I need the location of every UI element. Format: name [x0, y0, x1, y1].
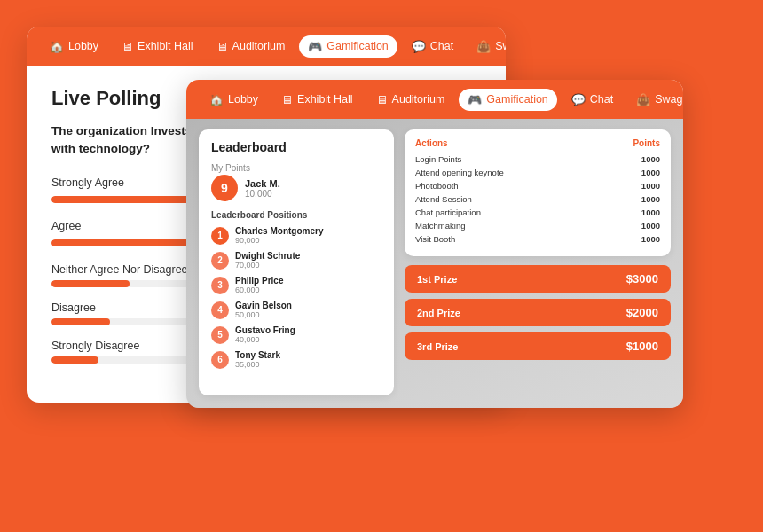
- action-pts-1: 1000: [641, 168, 660, 177]
- poll-fill-1: [51, 239, 207, 246]
- lb-entry-4: 4 Gavin Belson 50,000: [211, 301, 382, 319]
- action-pts-0: 1000: [641, 154, 660, 164]
- action-row-1: Attend opening keynote 1000: [415, 168, 660, 177]
- person-info-5: Gustavo Fring 40,000: [235, 325, 295, 344]
- action-row-2: Photobooth 1000: [415, 181, 660, 191]
- nav-item-exhibit-back[interactable]: 🖥 Exhibit Hall: [272, 89, 362, 111]
- nav-item-chat-back[interactable]: 💬 Chat: [562, 89, 622, 111]
- prize-amount-1: $3000: [626, 272, 658, 286]
- nav-bar-back: 🏠 Lobby 🖥 Exhibit Hall 🖥 Auditorium 🎮 Ga…: [186, 80, 683, 119]
- prize-1st: 1st Prize $3000: [405, 265, 671, 293]
- lb-entry-6: 6 Tony Stark 35,000: [211, 350, 382, 369]
- nav-item-lobby-front[interactable]: 🏠 Lobby: [41, 35, 107, 58]
- nav-item-auditorium-front[interactable]: 🖥 Auditorium: [208, 35, 295, 58]
- action-name-5: Matchmaking: [415, 221, 466, 231]
- nav-item-exhibit-front[interactable]: 🖥 Exhibit Hall: [113, 35, 202, 58]
- action-pts-6: 1000: [641, 234, 660, 244]
- person-name-4: Gavin Belson: [235, 301, 292, 310]
- auditorium-icon-back: 🖥: [376, 93, 388, 106]
- actions-box: Actions Points Login Points 1000 Attend …: [405, 129, 671, 256]
- user-avatar: 9: [211, 175, 238, 201]
- action-name-6: Visit Booth: [415, 234, 455, 244]
- actions-col-title: Actions: [415, 138, 448, 148]
- user-name: Jack M.: [245, 178, 280, 189]
- chat-icon-front: 💬: [412, 40, 426, 53]
- action-pts-4: 1000: [641, 207, 660, 217]
- nav-label-lobby: Lobby: [68, 40, 98, 52]
- lb-entry-5: 5 Gustavo Fring 40,000: [211, 325, 382, 344]
- person-info-6: Tony Stark 35,000: [235, 350, 280, 369]
- action-pts-5: 1000: [641, 221, 660, 231]
- nav-item-gamification-front[interactable]: 🎮 Gamification: [299, 35, 397, 58]
- leaderboard-card: 🏠 Lobby 🖥 Exhibit Hall 🖥 Auditorium 🎮 Ga…: [186, 80, 683, 408]
- card-back-content: Leaderboard My Points 9 Jack M. 10,000 L…: [186, 119, 683, 408]
- poll-fill-3: [51, 318, 110, 325]
- person-name-2: Dwight Schrute: [235, 251, 300, 261]
- exhibit-icon-back: 🖥: [281, 93, 293, 106]
- user-row: 9 Jack M. 10,000: [211, 175, 382, 201]
- person-info-3: Philip Price 60,000: [235, 276, 283, 294]
- person-name-1: Charles Montgomery: [235, 226, 323, 236]
- nav-label-auditorium-back: Auditorium: [392, 93, 445, 106]
- nav-item-swagbag-front[interactable]: 👜 Swag Bag: [468, 35, 506, 58]
- poll-fill-2: [51, 280, 130, 287]
- person-pts-4: 50,000: [235, 310, 292, 319]
- person-name-3: Philip Price: [235, 276, 283, 286]
- nav-label-auditorium: Auditorium: [232, 40, 286, 52]
- actions-header: Actions Points: [415, 138, 660, 148]
- lb-entry-3: 3 Philip Price 60,000: [211, 276, 382, 294]
- prize-label-1: 1st Prize: [417, 274, 457, 285]
- action-row-5: Matchmaking 1000: [415, 221, 660, 231]
- action-pts-2: 1000: [641, 181, 660, 191]
- nav-item-gamification-back[interactable]: 🎮 Gamification: [459, 89, 556, 111]
- rank-badge-5: 5: [211, 326, 229, 344]
- nav-label-chat: Chat: [430, 40, 453, 52]
- nav-label-swagbag-back: Swag Bag: [655, 93, 683, 106]
- action-row-3: Attend Session 1000: [415, 194, 660, 204]
- nav-item-auditorium-back[interactable]: 🖥 Auditorium: [367, 89, 454, 111]
- nav-item-swagbag-back[interactable]: 👜 Swag Bag: [627, 89, 683, 111]
- action-row-0: Login Points 1000: [415, 154, 660, 164]
- rank-badge-2: 2: [211, 252, 229, 270]
- nav-label-gamification-back: Gamification: [486, 93, 547, 106]
- nav-bar-front: 🏠 Lobby 🖥 Exhibit Hall 🖥 Auditorium 🎮 Ga…: [27, 27, 506, 66]
- lb-entry-1: 1 Charles Montgomery 90,000: [211, 226, 382, 245]
- person-pts-6: 35,000: [235, 360, 280, 369]
- prize-amount-2: $2000: [626, 306, 658, 319]
- person-info-4: Gavin Belson 50,000: [235, 301, 292, 319]
- person-pts-5: 40,000: [235, 335, 295, 344]
- nav-item-lobby-back[interactable]: 🏠 Lobby: [201, 89, 267, 111]
- person-name-5: Gustavo Fring: [235, 325, 295, 335]
- lb-entry-2: 2 Dwight Schrute 70,000: [211, 251, 382, 270]
- points-col-title: Points: [633, 138, 660, 148]
- rank-badge-4: 4: [211, 301, 229, 319]
- leaderboard-title: Leaderboard: [211, 140, 382, 154]
- user-info: Jack M. 10,000: [245, 178, 280, 199]
- nav-item-chat-front[interactable]: 💬 Chat: [403, 35, 462, 58]
- my-points-label: My Points: [211, 163, 382, 173]
- home-icon: 🏠: [50, 40, 64, 53]
- action-name-4: Chat participation: [415, 207, 481, 217]
- action-row-4: Chat participation 1000: [415, 207, 660, 217]
- swagbag-icon-front: 👜: [476, 40, 491, 53]
- action-name-1: Attend opening keynote: [415, 168, 504, 177]
- nav-label-gamification: Gamification: [326, 40, 388, 52]
- nav-label-chat-back: Chat: [590, 93, 613, 106]
- nav-label-exhibit: Exhibit Hall: [138, 40, 193, 52]
- prize-2nd: 2nd Prize $2000: [405, 299, 671, 326]
- prize-row: 1st Prize $3000 2nd Prize $2000 3rd Priz…: [405, 265, 671, 360]
- action-name-3: Attend Session: [415, 194, 472, 204]
- rank-badge-1: 1: [211, 227, 229, 245]
- user-points: 10,000: [245, 189, 280, 199]
- swagbag-icon-back: 👜: [636, 93, 650, 106]
- action-name-0: Login Points: [415, 154, 461, 164]
- exhibit-icon: 🖥: [122, 40, 133, 53]
- person-pts-2: 70,000: [235, 261, 300, 270]
- person-info-2: Dwight Schrute 70,000: [235, 251, 300, 270]
- gamification-icon-front: 🎮: [308, 40, 322, 53]
- nav-label-exhibit-back: Exhibit Hall: [297, 93, 353, 106]
- rank-badge-6: 6: [211, 351, 229, 369]
- positions-label: Leaderboard Positions: [211, 210, 382, 220]
- poll-fill-4: [51, 356, 98, 364]
- chat-icon-back: 💬: [571, 93, 586, 106]
